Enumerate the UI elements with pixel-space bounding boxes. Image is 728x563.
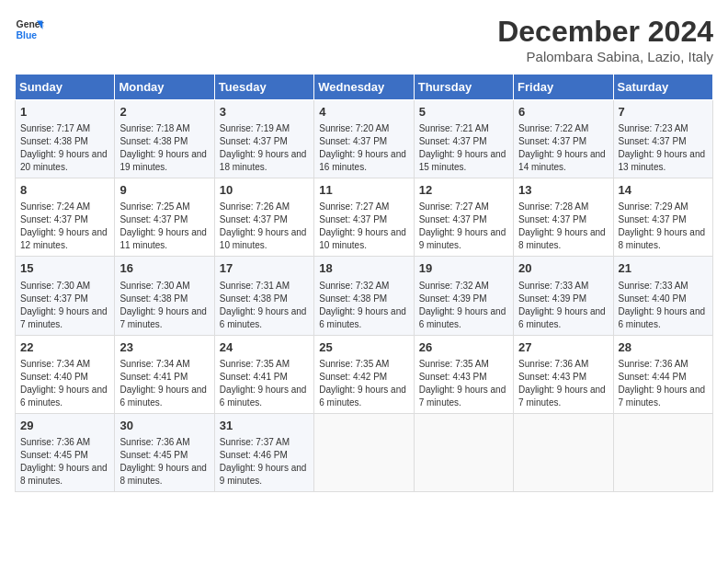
day-info: Sunrise: 7:33 AMSunset: 4:39 PMDaylight:… [518,280,608,331]
day-number: 20 [518,260,608,277]
calendar-cell: 3Sunrise: 7:19 AMSunset: 4:37 PMDaylight… [214,100,313,178]
calendar-cell: 31Sunrise: 7:37 AMSunset: 4:46 PMDayligh… [214,413,313,491]
day-number: 16 [119,260,209,277]
day-info: Sunrise: 7:23 AMSunset: 4:37 PMDaylight:… [619,122,708,174]
calendar-cell: 29Sunrise: 7:36 AMSunset: 4:45 PMDayligh… [16,413,115,491]
day-number: 19 [419,260,508,277]
logo: General Blue [15,15,44,44]
title-block: December 2024 Palombara Sabina, Lazio, I… [497,15,713,64]
day-number: 17 [220,260,309,277]
calendar-cell: 10Sunrise: 7:26 AMSunset: 4:37 PMDayligh… [214,178,313,257]
day-number: 4 [319,104,408,121]
day-info: Sunrise: 7:35 AMSunset: 4:43 PMDaylight:… [419,358,508,409]
day-number: 27 [518,339,608,356]
week-row-1: 1Sunrise: 7:17 AMSunset: 4:38 PMDaylight… [16,100,713,178]
day-number: 13 [518,182,608,199]
day-number: 22 [20,339,109,356]
calendar-cell: 11Sunrise: 7:27 AMSunset: 4:37 PMDayligh… [314,178,414,257]
day-number: 9 [119,182,209,199]
day-number: 24 [220,339,309,356]
day-number: 8 [20,182,109,199]
day-number: 15 [20,260,109,277]
day-info: Sunrise: 7:28 AMSunset: 4:37 PMDaylight:… [518,201,608,252]
day-info: Sunrise: 7:24 AMSunset: 4:37 PMDaylight:… [20,201,109,252]
calendar-cell: 24Sunrise: 7:35 AMSunset: 4:41 PMDayligh… [214,335,313,413]
day-info: Sunrise: 7:31 AMSunset: 4:38 PMDaylight:… [220,280,309,331]
calendar-cell [314,413,414,491]
day-number: 6 [518,104,608,121]
day-info: Sunrise: 7:34 AMSunset: 4:40 PMDaylight:… [20,358,109,409]
calendar-cell: 5Sunrise: 7:21 AMSunset: 4:37 PMDaylight… [414,100,513,178]
day-number: 14 [619,182,708,199]
svg-text:Blue: Blue [17,30,38,40]
day-number: 12 [419,182,508,199]
calendar-cell [514,413,613,491]
calendar-cell: 17Sunrise: 7:31 AMSunset: 4:38 PMDayligh… [214,257,313,335]
day-info: Sunrise: 7:17 AMSunset: 4:38 PMDaylight:… [20,122,109,174]
day-info: Sunrise: 7:29 AMSunset: 4:37 PMDaylight:… [619,201,708,252]
week-row-2: 8Sunrise: 7:24 AMSunset: 4:37 PMDaylight… [16,178,713,257]
day-info: Sunrise: 7:36 AMSunset: 4:43 PMDaylight:… [518,358,608,409]
calendar-cell: 8Sunrise: 7:24 AMSunset: 4:37 PMDaylight… [16,178,115,257]
day-header-wednesday: Wednesday [314,75,414,100]
calendar-cell: 9Sunrise: 7:25 AMSunset: 4:37 PMDaylight… [115,178,214,257]
month-title: December 2024 [497,15,713,49]
day-info: Sunrise: 7:35 AMSunset: 4:41 PMDaylight:… [220,358,309,409]
day-number: 25 [319,339,408,356]
calendar-cell: 16Sunrise: 7:30 AMSunset: 4:38 PMDayligh… [115,257,214,335]
day-number: 21 [619,260,708,277]
calendar-cell: 21Sunrise: 7:33 AMSunset: 4:40 PMDayligh… [613,257,712,335]
day-number: 30 [119,418,209,434]
day-number: 31 [220,418,309,434]
calendar-cell: 26Sunrise: 7:35 AMSunset: 4:43 PMDayligh… [414,335,513,413]
day-number: 5 [419,104,508,121]
day-header-monday: Monday [115,75,214,100]
calendar-cell: 23Sunrise: 7:34 AMSunset: 4:41 PMDayligh… [115,335,214,413]
location-subtitle: Palombara Sabina, Lazio, Italy [497,49,713,64]
day-info: Sunrise: 7:32 AMSunset: 4:38 PMDaylight:… [319,280,408,331]
day-info: Sunrise: 7:37 AMSunset: 4:46 PMDaylight:… [220,436,309,488]
day-info: Sunrise: 7:33 AMSunset: 4:40 PMDaylight:… [619,280,708,331]
day-info: Sunrise: 7:25 AMSunset: 4:37 PMDaylight:… [119,201,209,252]
day-info: Sunrise: 7:27 AMSunset: 4:37 PMDaylight:… [419,201,508,252]
calendar-cell: 12Sunrise: 7:27 AMSunset: 4:37 PMDayligh… [414,178,513,257]
day-number: 18 [319,260,408,277]
day-number: 26 [419,339,508,356]
day-number: 29 [20,418,109,434]
day-number: 10 [220,182,309,199]
calendar-cell: 2Sunrise: 7:18 AMSunset: 4:38 PMDaylight… [115,100,214,178]
day-header-sunday: Sunday [16,75,115,100]
day-info: Sunrise: 7:20 AMSunset: 4:37 PMDaylight:… [319,122,408,174]
week-row-5: 29Sunrise: 7:36 AMSunset: 4:45 PMDayligh… [16,413,713,491]
header-row: SundayMondayTuesdayWednesdayThursdayFrid… [16,75,713,100]
day-info: Sunrise: 7:30 AMSunset: 4:37 PMDaylight:… [20,280,109,331]
day-number: 23 [119,339,209,356]
calendar-cell: 4Sunrise: 7:20 AMSunset: 4:37 PMDaylight… [314,100,414,178]
day-info: Sunrise: 7:27 AMSunset: 4:37 PMDaylight:… [319,201,408,252]
day-header-friday: Friday [514,75,613,100]
calendar-table: SundayMondayTuesdayWednesdayThursdayFrid… [15,74,713,492]
logo-icon: General Blue [15,15,44,44]
day-info: Sunrise: 7:36 AMSunset: 4:44 PMDaylight:… [619,358,708,409]
day-info: Sunrise: 7:26 AMSunset: 4:37 PMDaylight:… [220,201,309,252]
day-info: Sunrise: 7:22 AMSunset: 4:37 PMDaylight:… [518,122,608,174]
page-header: General Blue December 2024 Palombara Sab… [15,15,713,64]
calendar-cell: 19Sunrise: 7:32 AMSunset: 4:39 PMDayligh… [414,257,513,335]
calendar-cell [414,413,513,491]
day-header-tuesday: Tuesday [214,75,313,100]
calendar-cell: 30Sunrise: 7:36 AMSunset: 4:45 PMDayligh… [115,413,214,491]
calendar-cell: 15Sunrise: 7:30 AMSunset: 4:37 PMDayligh… [16,257,115,335]
day-info: Sunrise: 7:30 AMSunset: 4:38 PMDaylight:… [119,280,209,331]
day-header-saturday: Saturday [613,75,712,100]
day-number: 28 [619,339,708,356]
day-info: Sunrise: 7:34 AMSunset: 4:41 PMDaylight:… [119,358,209,409]
calendar-cell: 14Sunrise: 7:29 AMSunset: 4:37 PMDayligh… [613,178,712,257]
day-info: Sunrise: 7:19 AMSunset: 4:37 PMDaylight:… [220,122,309,174]
calendar-cell: 1Sunrise: 7:17 AMSunset: 4:38 PMDaylight… [16,100,115,178]
day-info: Sunrise: 7:36 AMSunset: 4:45 PMDaylight:… [119,436,209,488]
calendar-cell: 6Sunrise: 7:22 AMSunset: 4:37 PMDaylight… [514,100,613,178]
calendar-cell [613,413,712,491]
calendar-cell: 22Sunrise: 7:34 AMSunset: 4:40 PMDayligh… [16,335,115,413]
calendar-cell: 13Sunrise: 7:28 AMSunset: 4:37 PMDayligh… [514,178,613,257]
calendar-cell: 28Sunrise: 7:36 AMSunset: 4:44 PMDayligh… [613,335,712,413]
